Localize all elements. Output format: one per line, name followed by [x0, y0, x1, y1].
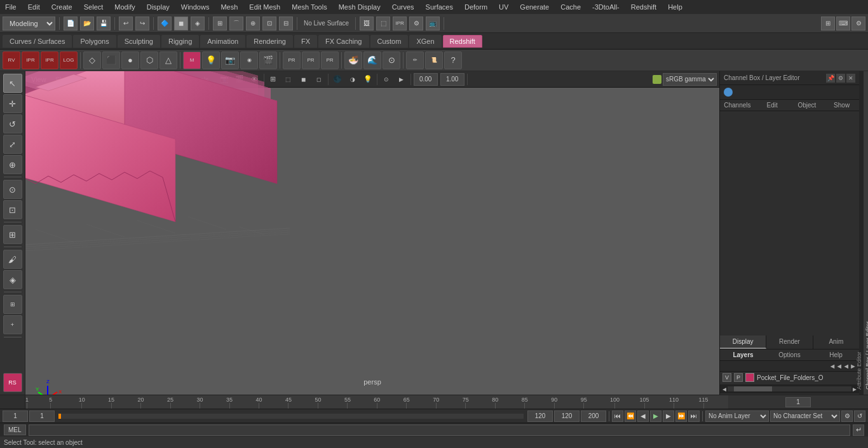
- rp-settings-btn[interactable]: ⚙: [836, 74, 845, 83]
- layer-playback-btn[interactable]: P: [734, 373, 743, 382]
- vp-rotation-input[interactable]: [414, 73, 438, 86]
- menu-display[interactable]: Display: [144, 2, 172, 12]
- timeline-range-bar[interactable]: [58, 414, 524, 419]
- rp-scroll-thumb[interactable]: [734, 386, 772, 391]
- tab-rigging[interactable]: Rigging: [161, 35, 199, 48]
- tb-mat2[interactable]: ◉: [240, 51, 258, 69]
- vp-shadow-icon[interactable]: 🌑: [331, 73, 344, 86]
- layer-visibility-btn[interactable]: V: [722, 373, 731, 382]
- timeline-frame-input[interactable]: [785, 397, 811, 407]
- redo-btn[interactable]: ↪: [135, 17, 149, 31]
- menu-mesh-display[interactable]: Mesh Display: [336, 2, 383, 12]
- pb-loop-btn[interactable]: ↺: [854, 411, 865, 422]
- mode-selector[interactable]: Modeling Rigging Animation: [3, 17, 55, 31]
- undo-btn[interactable]: ↩: [119, 17, 133, 31]
- tab-anim[interactable]: Anim: [813, 336, 859, 349]
- pb-go-start[interactable]: ⏮: [612, 411, 623, 422]
- pb-play[interactable]: ▶: [650, 411, 661, 422]
- menu-cache[interactable]: Cache: [558, 2, 583, 12]
- cb-show[interactable]: Show: [824, 100, 859, 111]
- select-tool[interactable]: ↖: [3, 74, 22, 93]
- snap-surface-btn[interactable]: ⊟: [279, 17, 293, 31]
- scale-tool[interactable]: ⤢: [3, 135, 22, 154]
- tab-curves-surfaces[interactable]: Curves / Surfaces: [3, 35, 72, 48]
- menu-file[interactable]: File: [3, 2, 19, 12]
- rs-icon-log[interactable]: LOG: [60, 51, 78, 69]
- snap-curve-btn[interactable]: ⌒: [229, 17, 243, 31]
- cb-object[interactable]: Object: [790, 100, 825, 111]
- pb-go-end[interactable]: ⏭: [688, 411, 700, 422]
- menu-mesh[interactable]: Mesh: [218, 2, 240, 12]
- command-enter-btn[interactable]: ↵: [853, 424, 864, 436]
- rp-close-btn[interactable]: ✕: [846, 74, 855, 83]
- tab-render[interactable]: Render: [766, 336, 813, 349]
- save-file-btn[interactable]: 💾: [97, 17, 111, 31]
- timeline-position-thumb[interactable]: [58, 414, 61, 419]
- menu-edit-mesh[interactable]: Edit Mesh: [247, 2, 283, 12]
- ipr-btn[interactable]: IPR: [393, 17, 407, 31]
- pb-key-settings-btn[interactable]: ⚙: [841, 411, 853, 422]
- tb-render-icon[interactable]: 🎬: [259, 51, 277, 69]
- layer-add-btn[interactable]: ◄: [829, 362, 836, 370]
- tab-rendering[interactable]: Rendering: [247, 35, 293, 48]
- render-region-btn[interactable]: ⬚: [376, 17, 390, 31]
- snap-view-btn[interactable]: ⊡: [262, 17, 276, 31]
- pb-end-frame[interactable]: [554, 411, 580, 422]
- menu-modify[interactable]: Modify: [112, 2, 137, 12]
- tb-rs-icon2[interactable]: 🌊: [363, 51, 381, 69]
- options-tab[interactable]: Options: [766, 350, 813, 360]
- tab-fx-caching[interactable]: FX Caching: [318, 35, 369, 48]
- quickrig-btn[interactable]: ⚙: [851, 17, 865, 31]
- tab-display[interactable]: Display: [720, 336, 766, 349]
- vp-xray-icon[interactable]: ◻: [313, 73, 325, 86]
- menu-curves[interactable]: Curves: [390, 2, 417, 12]
- menu-surfaces[interactable]: Surfaces: [423, 2, 456, 12]
- vp-play-icon[interactable]: ▶: [395, 73, 408, 86]
- vp-iso-icon[interactable]: ⊙: [380, 73, 393, 86]
- vp-scale-input[interactable]: [440, 73, 465, 86]
- snap-point-tool[interactable]: +: [3, 315, 22, 334]
- menu-help[interactable]: Help: [665, 2, 685, 12]
- lasso-tool[interactable]: ⊡: [3, 200, 22, 219]
- tb-rs-icon1[interactable]: 🍜: [344, 51, 362, 69]
- cb-edit[interactable]: Edit: [755, 100, 790, 111]
- rs-icon-ipr[interactable]: IPR: [22, 51, 39, 69]
- anim-layer-select[interactable]: No Anim Layer: [705, 411, 769, 422]
- select-comp-btn[interactable]: ◈: [191, 17, 205, 31]
- artisan-tool[interactable]: 🖌: [3, 250, 22, 269]
- menu-edit[interactable]: Edit: [25, 2, 43, 12]
- menu-select[interactable]: Select: [81, 2, 106, 12]
- layers-tab[interactable]: Layers: [720, 350, 766, 360]
- layer-nav-btn[interactable]: ◄: [836, 362, 843, 370]
- mel-label[interactable]: MEL: [4, 424, 26, 435]
- tb-help[interactable]: ?: [444, 51, 462, 69]
- tb-pencil[interactable]: ✏: [406, 51, 424, 69]
- pb-max-frame[interactable]: [581, 411, 606, 422]
- pb-prev-key[interactable]: ⏪: [625, 411, 636, 422]
- menu-windows[interactable]: Windows: [179, 2, 212, 12]
- command-input[interactable]: [29, 424, 850, 436]
- new-file-btn[interactable]: 📄: [64, 17, 78, 31]
- tb-pr1[interactable]: PR: [283, 51, 301, 69]
- component-tool[interactable]: ◈: [3, 270, 22, 289]
- rs-channel-box-tab[interactable]: Channel Box / Layer Editor: [864, 71, 868, 395]
- pb-next-key[interactable]: ⏩: [675, 411, 687, 422]
- tab-redshift[interactable]: Redshift: [443, 35, 482, 48]
- menu-generate[interactable]: Generate: [517, 2, 552, 12]
- tb-pr2[interactable]: PR: [302, 51, 320, 69]
- rs-icon-rv[interactable]: RV: [3, 51, 20, 69]
- layer-nav-btn2[interactable]: ◄: [843, 362, 850, 370]
- tb-cube[interactable]: ⬛: [102, 51, 120, 69]
- rp-scroll-left[interactable]: ◄: [721, 386, 728, 393]
- timeline-ruler[interactable]: 1510152025303540455055606570758085909510…: [25, 395, 728, 409]
- char-set-select[interactable]: No Character Set: [770, 411, 840, 422]
- tb-camera[interactable]: 📷: [221, 51, 239, 69]
- rs-logo[interactable]: RS: [3, 373, 22, 392]
- select-obj-btn[interactable]: ◼: [174, 17, 188, 31]
- menu-create[interactable]: Create: [49, 2, 75, 12]
- snap-grid-btn[interactable]: ⊞: [213, 17, 227, 31]
- open-file-btn[interactable]: 📂: [80, 17, 94, 31]
- tb-mat-box[interactable]: M: [183, 51, 201, 69]
- tab-custom[interactable]: Custom: [370, 35, 409, 48]
- hotkeys-btn[interactable]: ⌨: [836, 17, 850, 31]
